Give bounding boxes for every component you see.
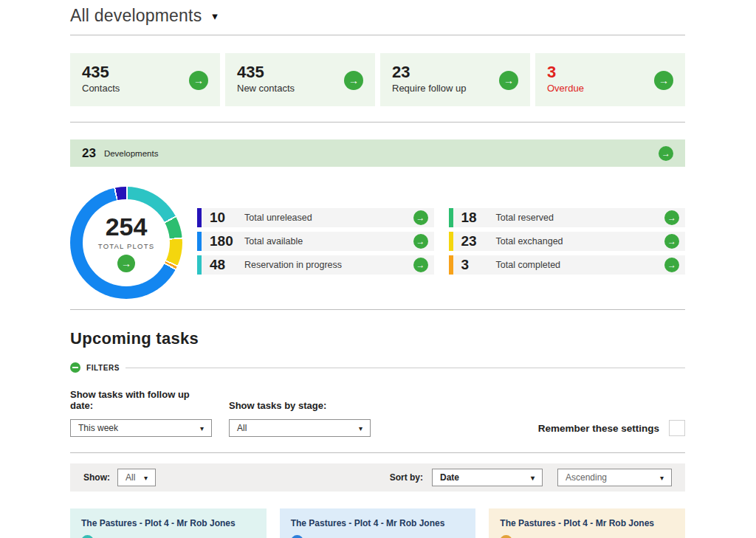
developments-count: 23: [82, 146, 96, 161]
legend-value: 18: [461, 210, 496, 226]
chevron-down-icon: ▾: [200, 424, 204, 432]
task-title: The Pastures - Plot 4 - Mr Rob Jones: [291, 518, 465, 528]
stat-card-new-contacts[interactable]: 435 New contacts →: [225, 53, 375, 106]
stat-arrow-button[interactable]: →: [499, 71, 518, 90]
legend-label: Total completed: [496, 260, 561, 270]
legend-color-bar: [197, 232, 202, 251]
filter-controls: Show tasks with follow up date: This wee…: [70, 389, 685, 437]
select-value: All: [126, 472, 135, 483]
stage-select[interactable]: All ▾: [229, 419, 371, 437]
select-value: Date: [440, 472, 459, 483]
chevron-down-icon[interactable]: ▾: [212, 10, 218, 23]
arrow-right-icon: →: [416, 261, 425, 269]
legend-value: 23: [461, 233, 496, 249]
chevron-down-icon: ▾: [359, 424, 362, 432]
arrow-right-icon: →: [416, 213, 425, 222]
stat-card-follow-up[interactable]: 23 Require follow up →: [380, 53, 530, 106]
task-status-row: M MORTGAGE OFFER RECD: [291, 535, 465, 538]
legend-value: 3: [461, 257, 496, 273]
legend-row-exchanged: 23 Total exchanged →: [449, 232, 686, 251]
show-label: Show:: [83, 472, 110, 483]
arrow-right-icon: →: [504, 75, 514, 86]
remember-settings-label: Remember these settings: [538, 423, 659, 434]
section-divider: [70, 452, 685, 453]
follow-up-date-select[interactable]: This week ▾: [70, 419, 212, 437]
legend-label: Total available: [244, 236, 303, 246]
stat-arrow-button[interactable]: →: [344, 71, 363, 90]
sort-by-select[interactable]: Date ▾: [432, 469, 543, 486]
arrow-right-icon: →: [121, 258, 131, 269]
sort-toolbar: Show: All ▾ Sort by: Date ▾ Ascending ▾: [70, 463, 685, 492]
legend-color-bar: [449, 232, 453, 251]
page-title: All developments: [70, 6, 202, 26]
total-plots-donut-chart: 254 TOTAL PLOTS →: [70, 187, 182, 299]
task-status-row: M SCHEDULE HOME DEMO: [500, 535, 674, 538]
sort-by-label: Sort by:: [390, 472, 423, 483]
legend-value: 180: [210, 233, 244, 249]
legend-color-bar: [197, 255, 202, 275]
legend-value: 10: [210, 210, 244, 226]
chevron-down-icon: ▾: [144, 474, 148, 482]
legend-arrow-button[interactable]: →: [413, 234, 428, 249]
milestone-icon: M: [291, 535, 303, 538]
arrow-right-icon: →: [667, 213, 676, 222]
filter-label: Show tasks by stage:: [229, 400, 371, 411]
development-selector[interactable]: All developments ▾: [70, 0, 685, 26]
developments-arrow-button[interactable]: →: [659, 146, 673, 161]
legend-label: Total reserved: [496, 213, 554, 223]
plots-summary-section: 254 TOTAL PLOTS → 10 Total unreleased → …: [70, 187, 685, 299]
total-plots-label: TOTAL PLOTS: [98, 242, 154, 250]
arrow-right-icon: →: [193, 75, 204, 86]
arrow-right-icon: →: [662, 149, 670, 158]
filter-label: Show tasks with follow up date:: [70, 389, 212, 411]
arrow-right-icon: →: [659, 75, 669, 86]
select-value: Ascending: [566, 472, 607, 483]
task-card-solicitors-instructed[interactable]: The Pastures - Plot 4 - Mr Rob Jones M S…: [70, 508, 267, 538]
legend-arrow-button[interactable]: →: [413, 210, 428, 225]
filter-follow-up-date: Show tasks with follow up date: This wee…: [70, 389, 212, 437]
remember-settings: Remember these settings: [538, 420, 685, 436]
task-card-schedule-home-demo[interactable]: The Pastures - Plot 4 - Mr Rob Jones M S…: [489, 508, 685, 538]
task-card-mortgage-offer-recd[interactable]: The Pastures - Plot 4 - Mr Rob Jones M M…: [280, 508, 476, 538]
legend-row-reservation-in-progress: 48 Reservation in progress →: [197, 255, 434, 275]
legend-arrow-button[interactable]: →: [664, 234, 679, 249]
legend-arrow-button[interactable]: →: [664, 258, 679, 272]
upcoming-tasks-heading: Upcoming tasks: [70, 329, 685, 348]
legend-color-bar: [449, 255, 453, 275]
arrow-right-icon: →: [416, 237, 425, 246]
select-value: This week: [78, 423, 118, 433]
legend-row-completed: 3 Total completed →: [449, 255, 686, 275]
legend-row-unreleased: 10 Total unreleased →: [197, 208, 434, 227]
filters-toggle[interactable]: FILTERS: [70, 362, 685, 373]
milestone-icon: M: [500, 535, 512, 538]
remember-settings-checkbox[interactable]: [669, 420, 685, 436]
developments-banner[interactable]: 23 Developments →: [70, 139, 685, 167]
section-divider: [70, 122, 685, 123]
stats-row: 435 Contacts → 435 New contacts → 23 Req…: [70, 53, 685, 106]
stat-arrow-button[interactable]: →: [189, 71, 208, 90]
stat-card-overdue[interactable]: 3 Overdue →: [535, 53, 685, 106]
legend-value: 48: [210, 257, 244, 273]
stat-arrow-button[interactable]: →: [654, 71, 673, 90]
show-select[interactable]: All ▾: [117, 469, 156, 486]
filters-label: FILTERS: [86, 364, 120, 372]
task-title: The Pastures - Plot 4 - Mr Rob Jones: [81, 518, 255, 528]
collapse-minus-icon[interactable]: [70, 362, 80, 373]
select-value: All: [237, 423, 247, 433]
arrow-right-icon: →: [667, 261, 676, 269]
filters-divider-line: [126, 368, 685, 368]
chevron-down-icon: ▾: [531, 474, 535, 482]
sort-order-select[interactable]: Ascending ▾: [557, 469, 672, 486]
legend-arrow-button[interactable]: →: [664, 210, 679, 225]
legend-row-reserved: 18 Total reserved →: [449, 208, 686, 227]
stat-card-contacts[interactable]: 435 Contacts →: [70, 53, 220, 106]
chevron-down-icon: ▾: [660, 474, 664, 482]
task-card-list: The Pastures - Plot 4 - Mr Rob Jones M S…: [70, 508, 685, 538]
header-divider: [70, 35, 685, 35]
task-status-row: M SOLICITORS INSTRUCTED: [81, 535, 255, 538]
total-plots-arrow-button[interactable]: →: [117, 255, 135, 272]
arrow-right-icon: →: [348, 75, 359, 86]
section-divider: [70, 309, 685, 310]
filter-stage: Show tasks by stage: All ▾: [229, 400, 371, 437]
legend-arrow-button[interactable]: →: [413, 258, 428, 272]
